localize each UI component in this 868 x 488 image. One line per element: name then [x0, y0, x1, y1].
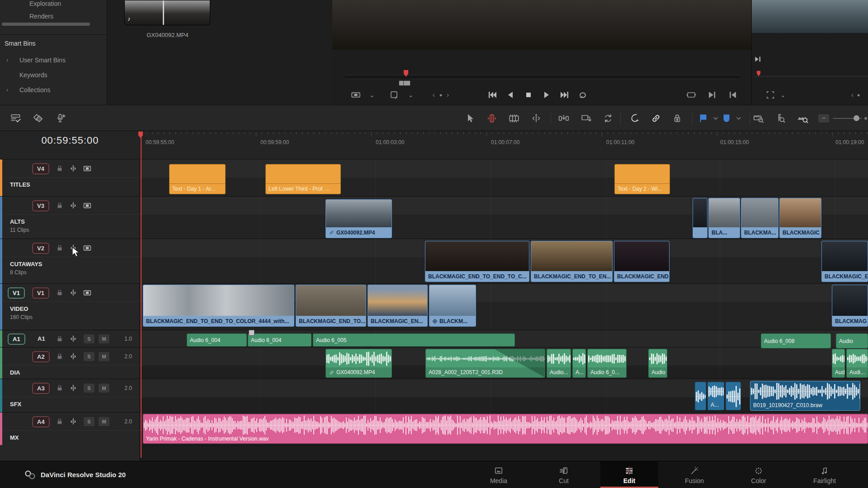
track-header-A1[interactable]: A1A1SM1.0	[0, 330, 140, 347]
timeline-clip-audio[interactable]: Aud...	[832, 349, 845, 378]
jump-next-edit-icon[interactable]	[753, 54, 763, 64]
stacked-clips-icon[interactable]	[32, 113, 44, 124]
track-header-V1[interactable]: V1V1VIDEO160 Clips	[0, 283, 140, 330]
secondary-scrubber[interactable]	[754, 76, 868, 77]
auto-select-icon[interactable]	[68, 334, 78, 344]
zoom-detail-icon[interactable]	[775, 113, 787, 124]
filmstrip-icon[interactable]	[82, 288, 92, 298]
zoom-custom-icon[interactable]	[797, 113, 809, 124]
lock-icon[interactable]	[55, 417, 65, 427]
flag-icon[interactable]	[698, 113, 709, 124]
dynamic-trim-icon[interactable]	[530, 113, 542, 124]
razor-edit-icon[interactable]	[508, 113, 520, 124]
track-header-A3[interactable]: A3SM2.0SFX	[0, 379, 140, 412]
timeline-clip-video[interactable]: BLACKMAGIC_E...	[779, 198, 821, 238]
chevron-down-icon[interactable]: ⌄	[369, 91, 375, 99]
filmstrip-icon[interactable]	[82, 243, 92, 253]
timeline-clip-audio[interactable]: Audio ...	[648, 349, 667, 378]
lock-icon[interactable]	[55, 334, 65, 344]
timeline-clip-video[interactable]: BLACKMAGIC_END_TO_END_TO_COLOR_4444_with…	[143, 285, 294, 327]
auto-select-icon[interactable]	[68, 383, 78, 393]
trim-edit-icon[interactable]	[486, 113, 498, 124]
timeline-clip-audio[interactable]: Audio	[836, 333, 868, 348]
zoom-out-button[interactable]: −	[818, 114, 829, 122]
tab-fairlight[interactable]: Fairlight	[796, 461, 854, 488]
voiceover-mic-icon[interactable]	[54, 113, 66, 124]
chevron-right-icon[interactable]: ›	[6, 87, 8, 93]
timeline-clip-audio[interactable]: Audio 6_0...	[587, 349, 627, 378]
track-badge-V2[interactable]: V2	[32, 243, 49, 254]
timeline-clip-video[interactable]: GX040092.MP4	[326, 199, 392, 238]
timeline-clip-music[interactable]: Yarin Primak - Cadenas - Instrumental Ve…	[143, 414, 868, 444]
chevron-down-icon[interactable]	[710, 113, 722, 124]
tab-fusion[interactable]: Fusion	[665, 461, 723, 488]
timeline-clip-title[interactable]: Left Lower Third - Prof. ...	[265, 164, 341, 194]
track-badge-A3[interactable]: A3	[32, 383, 50, 394]
timeline-clip-video[interactable]: BLACKMA...	[741, 198, 778, 238]
lock-icon[interactable]	[55, 243, 65, 253]
insert-clip-icon[interactable]	[558, 113, 570, 124]
track-header-A2[interactable]: A2SM2.0DIA	[0, 347, 140, 379]
timeline-clip-audio[interactable]: GX040092.MP4	[326, 349, 392, 378]
viewer-video-frame[interactable]	[332, 0, 751, 50]
timeline-clip-video[interactable]: BLACKMAGIC_E	[821, 241, 868, 282]
position-lock-icon[interactable]	[671, 113, 683, 124]
next-clip-icon[interactable]: ›	[447, 91, 449, 99]
lock-icon[interactable]	[55, 164, 65, 174]
track-header-V3[interactable]: V3ALTS11 Clips	[0, 196, 140, 239]
timeline-clip-video[interactable]: BLACKMAGIC_END_TO...	[296, 285, 366, 327]
auto-select-icon[interactable]	[68, 288, 78, 298]
timeline-clip-audio[interactable]: Audio 6_008	[761, 333, 831, 348]
overwrite-clip-icon[interactable]	[580, 113, 592, 124]
secondary-video-frame[interactable]	[752, 0, 868, 33]
track-header-V4[interactable]: V4TITLES	[0, 159, 140, 196]
playhead-line[interactable]	[141, 136, 142, 458]
sidebar-item-exploration[interactable]: Exploration	[29, 0, 61, 7]
zoom-full-icon[interactable]	[753, 113, 764, 124]
play-icon[interactable]	[540, 89, 553, 101]
filmstrip-icon[interactable]	[82, 201, 92, 211]
sidebar-item-collections[interactable]: Collections	[19, 86, 50, 94]
track-name-V3[interactable]: ALTS	[10, 218, 25, 225]
secondary-playhead-pin[interactable]	[757, 71, 760, 76]
sidebar-scrollbar[interactable]	[2, 23, 90, 26]
media-clip-thumbnail[interactable]: ♪	[124, 0, 210, 25]
destination-badge-A1[interactable]: A1	[8, 333, 25, 345]
timeline-ruler[interactable]: 00:59:55:0000:59:59:0001:00:03:0001:00:0…	[140, 131, 868, 159]
auto-select-icon[interactable]	[68, 352, 78, 361]
sidebar-item-user-smart-bins[interactable]: User Smart Bins	[19, 56, 66, 64]
link-clips-icon[interactable]	[650, 113, 662, 124]
tab-cut[interactable]: Cut	[535, 461, 593, 488]
zoom-slider-handle[interactable]	[854, 115, 859, 121]
timeline-clip-title[interactable]: Text - Day 2 - Wi...	[614, 164, 670, 194]
tab-media[interactable]: Media	[470, 461, 528, 488]
track-header-V2[interactable]: V2CUTAWAYS8 Clips	[0, 239, 140, 283]
lock-icon[interactable]	[55, 352, 65, 361]
mute-button[interactable]: M	[99, 384, 109, 393]
track-badge-A4[interactable]: A4	[32, 416, 50, 427]
timeline-clip-video[interactable]: BLACKMAGIC_EN...	[368, 285, 428, 327]
loop-range-icon[interactable]	[685, 89, 698, 101]
timeline-clip-sfx[interactable]: A...	[708, 382, 724, 410]
timeline-clip-video[interactable]	[693, 198, 708, 238]
tab-edit[interactable]: Edit	[600, 461, 658, 488]
timeline-clip-sfx[interactable]: B019_10190427_C010.braw	[750, 381, 860, 411]
timeline-clip-audio[interactable]: Audio...	[547, 349, 571, 378]
track-name-V2[interactable]: CUTAWAYS	[10, 261, 42, 267]
current-clip-dot-icon[interactable]: ●	[439, 92, 443, 98]
solo-button[interactable]: S	[84, 352, 94, 361]
timeline-clip-audio[interactable]: Audio 6_004	[248, 333, 311, 347]
mute-button[interactable]: M	[99, 352, 109, 361]
mute-button[interactable]: M	[99, 417, 109, 426]
snapping-icon[interactable]	[629, 113, 641, 124]
timeline-clip-audio[interactable]: A028_A002_1205T2_001.R3D	[425, 349, 545, 378]
loop-icon[interactable]	[576, 89, 589, 101]
timeline-clip-audio[interactable]: A...	[572, 349, 586, 378]
track-badge-V4[interactable]: V4	[32, 163, 49, 174]
timeline-clip-sfx[interactable]	[726, 382, 741, 410]
current-clip-dot-icon[interactable]: ●	[857, 92, 860, 98]
first-frame-icon[interactable]	[486, 89, 499, 101]
timeline-clip-video[interactable]: BLACKMAGIC_END_TO_EN...	[531, 241, 613, 282]
crop-corners-icon[interactable]	[764, 89, 777, 101]
sidebar-item-keywords[interactable]: Keywords	[19, 71, 47, 79]
